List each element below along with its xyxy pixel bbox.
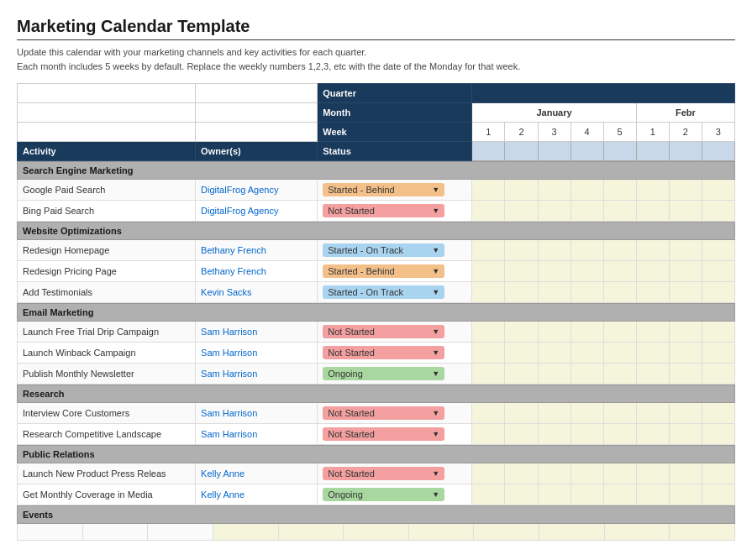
owner-link[interactable]: DigitalFrog Agency <box>201 185 278 195</box>
owner-header: Owner(s) <box>196 142 318 161</box>
week-data-7 <box>669 142 702 161</box>
owner-cell: Kevin Sacks <box>196 282 318 303</box>
table-row: Publish Monthly NewsletterSam HarrisonOn… <box>18 364 735 385</box>
week-cell <box>538 403 571 424</box>
empty-cell <box>148 524 213 541</box>
table-row: Get Monthly Coverage in MediaKelly AnneO… <box>18 484 735 505</box>
week-cell <box>571 180 603 201</box>
status-text: Not Started <box>328 408 375 418</box>
week-cell <box>669 322 702 343</box>
status-badge[interactable]: Ongoing▼ <box>323 367 444 380</box>
week-cell <box>702 322 734 343</box>
week-cell <box>702 463 734 484</box>
owner-cell: DigitalFrog Agency <box>196 201 318 222</box>
week-num-2: 2 <box>505 123 538 142</box>
status-badge[interactable]: Not Started▼ <box>323 346 444 359</box>
status-text: Not Started <box>328 327 375 337</box>
owner-link[interactable]: Sam Harrison <box>201 369 257 379</box>
empty-cell <box>18 123 196 142</box>
status-badge[interactable]: Not Started▼ <box>323 204 444 217</box>
status-dropdown-arrow[interactable]: ▼ <box>432 207 439 215</box>
week-cell <box>505 463 538 484</box>
status-cell: Ongoing▼ <box>318 484 472 505</box>
section-header: Email Marketing <box>18 304 735 322</box>
owner-cell: Sam Harrison <box>196 343 318 364</box>
column-header-row: Activity Owner(s) Status <box>18 142 735 161</box>
week-cell <box>571 364 603 385</box>
week-cell <box>636 282 669 303</box>
status-text: Not Started <box>328 348 375 358</box>
status-badge[interactable]: Not Started▼ <box>323 467 444 480</box>
section-table-1: Website OptimizationsRedesign HomepageBe… <box>17 222 735 303</box>
owner-link[interactable]: Kelly Anne <box>201 489 245 500</box>
week-cell <box>472 403 505 424</box>
empty-cell <box>604 524 670 541</box>
week-cell <box>505 403 538 424</box>
week-cell <box>603 261 636 282</box>
section-table-4: Public RelationsLaunch New Product Press… <box>17 445 735 505</box>
week-cell <box>505 484 538 505</box>
owner-link[interactable]: Kelly Anne <box>201 468 245 479</box>
week-cell <box>636 180 669 201</box>
status-dropdown-arrow[interactable]: ▼ <box>432 409 439 417</box>
status-dropdown-arrow[interactable]: ▼ <box>432 267 439 275</box>
main-table: Quarter Month January Febr Week 1 <box>17 83 735 161</box>
table-row: Redesign HomepageBethany FrenchStarted -… <box>18 240 735 261</box>
status-dropdown-arrow[interactable]: ▼ <box>432 430 439 438</box>
status-cell: Started - On Track▼ <box>318 240 472 261</box>
week-cell <box>538 282 571 303</box>
week-cell <box>603 343 636 364</box>
status-dropdown-arrow[interactable]: ▼ <box>432 246 439 254</box>
week-cell <box>636 463 669 484</box>
section-row: Website Optimizations <box>18 222 735 240</box>
week-cell <box>505 240 538 261</box>
status-dropdown-arrow[interactable]: ▼ <box>432 327 439 336</box>
owner-link[interactable]: Sam Harrison <box>201 408 257 418</box>
status-badge[interactable]: Started - On Track▼ <box>323 243 444 257</box>
status-badge[interactable]: Ongoing▼ <box>323 488 444 501</box>
owner-link[interactable]: DigitalFrog Agency <box>201 206 278 216</box>
empty-cell <box>196 103 318 123</box>
week-cell <box>603 201 636 222</box>
week-cell <box>571 463 603 484</box>
status-dropdown-arrow[interactable]: ▼ <box>432 490 439 499</box>
owner-link[interactable]: Sam Harrison <box>201 429 257 439</box>
owner-link[interactable]: Kevin Sacks <box>201 287 252 297</box>
status-dropdown-arrow[interactable]: ▼ <box>432 186 439 194</box>
table-row: Launch Free Trial Drip CampaignSam Harri… <box>18 322 735 343</box>
week-cell <box>538 322 571 343</box>
activity-cell: Launch New Product Press Releas <box>18 463 196 484</box>
status-badge[interactable]: Started - Behind▼ <box>323 183 444 196</box>
owner-link[interactable]: Sam Harrison <box>201 348 257 358</box>
status-dropdown-arrow[interactable]: ▼ <box>432 369 439 378</box>
status-badge[interactable]: Not Started▼ <box>323 406 444 420</box>
week-num-4: 4 <box>571 123 603 142</box>
week-data-6 <box>636 142 669 161</box>
week-cell <box>538 343 571 364</box>
empty-cell <box>344 524 409 541</box>
week-cell <box>505 424 538 445</box>
section-header: Research <box>18 385 735 403</box>
status-badge[interactable]: Started - On Track▼ <box>323 285 444 299</box>
week-cell <box>636 343 669 364</box>
week-cell <box>505 282 538 303</box>
week-cell <box>603 424 636 445</box>
week-cell <box>571 424 603 445</box>
owner-link[interactable]: Bethany French <box>201 266 266 276</box>
status-badge[interactable]: Not Started▼ <box>323 325 444 338</box>
owner-link[interactable]: Bethany French <box>201 245 266 255</box>
status-badge[interactable]: Started - Behind▼ <box>323 264 444 278</box>
week-cell <box>636 201 669 222</box>
empty-cell <box>18 84 196 103</box>
status-dropdown-arrow[interactable]: ▼ <box>432 288 439 296</box>
section-table-0: Search Engine MarketingGoogle Paid Searc… <box>17 161 735 222</box>
section-header: Public Relations <box>18 446 735 463</box>
status-dropdown-arrow[interactable]: ▼ <box>432 469 439 478</box>
status-badge[interactable]: Not Started▼ <box>323 427 444 441</box>
owner-link[interactable]: Sam Harrison <box>201 327 257 337</box>
table-row: Add TestimonialsKevin SacksStarted - On … <box>18 282 735 303</box>
week-cell <box>538 201 571 222</box>
week-data-3 <box>538 142 571 161</box>
week-row: Week 1 2 3 4 5 1 2 3 <box>18 123 735 142</box>
status-dropdown-arrow[interactable]: ▼ <box>432 348 439 357</box>
